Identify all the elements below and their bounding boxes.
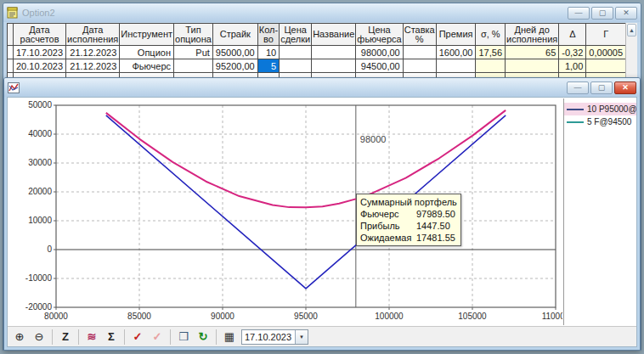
table-cell[interactable] (312, 46, 356, 59)
table-cell[interactable]: 10 (257, 46, 279, 59)
column-header: Ставка % (403, 24, 436, 46)
column-header: Дата расчетов (14, 24, 66, 46)
column-header: Название (312, 24, 356, 46)
svg-text:50000: 50000 (28, 100, 52, 110)
table-cell[interactable] (312, 59, 356, 73)
table-cell[interactable]: 95000,00 (212, 46, 257, 59)
table-cell[interactable] (280, 46, 312, 59)
column-header: Дата исполнения (66, 24, 120, 46)
svg-text:40000: 40000 (28, 129, 52, 138)
toolbar-separator (216, 329, 217, 345)
scroll-up-icon[interactable]: ▲ (627, 24, 636, 37)
table-cell[interactable]: Фьючерс (120, 59, 174, 73)
row-selector[interactable] (8, 59, 14, 73)
table-cell[interactable] (436, 59, 476, 73)
legend-item[interactable]: 5 F@94500 (564, 115, 636, 128)
minimize-button[interactable]: — (567, 81, 589, 94)
legend-line-swatch (567, 121, 584, 123)
table-cell[interactable]: Опцион (120, 46, 174, 59)
chart-client-area: 9800080000850009000095000100000105000110… (7, 97, 637, 347)
column-header: Страйк (212, 24, 257, 46)
table-cell[interactable]: 95200,00 (212, 59, 257, 73)
table-cell[interactable] (476, 59, 506, 73)
svg-text:-10000: -10000 (25, 273, 53, 283)
column-header: Тип опциона (174, 24, 213, 46)
table-cell[interactable]: 21.12.2023 (66, 46, 120, 59)
payoff-chart[interactable]: 9800080000850009000095000100000105000110… (8, 98, 562, 325)
table-row[interactable]: 20.10.202321.12.2023Фьючерс95200,0059450… (8, 59, 638, 73)
table-cell[interactable]: 65 (506, 46, 559, 59)
maximize-button[interactable]: ▢ (591, 7, 613, 20)
svg-text:98000: 98000 (360, 134, 387, 144)
column-header: Цена сделки (280, 24, 312, 46)
table-cell[interactable]: 5 (257, 59, 279, 73)
legend-label: 10 P95000@16... (587, 104, 636, 114)
table-cell[interactable] (403, 59, 436, 73)
zoom-in-button[interactable]: ⊕ (10, 329, 29, 346)
sum-button[interactable]: Σ (102, 329, 121, 346)
chevron-down-icon[interactable]: ▼ (295, 330, 308, 344)
chart-toolbar: ⊕⊖Z≋Σ✓✓❒↻▦17.10.2023▼ (8, 326, 636, 346)
column-header: Γ (586, 24, 626, 46)
calendar-button[interactable]: ▦ (220, 329, 239, 346)
svg-text:85000: 85000 (127, 312, 151, 321)
close-button[interactable]: ✕ (615, 7, 637, 20)
table-cell[interactable]: 21.12.2023 (66, 59, 120, 73)
maximize-button[interactable]: ▢ (590, 81, 613, 94)
chart-window: —▢✕ 980008000085000900009500010000010500… (3, 77, 641, 351)
column-header: Кол-во (257, 24, 279, 46)
toolbar-separator (124, 329, 125, 345)
table-cell[interactable]: 1,00 (559, 59, 586, 73)
svg-text:105000: 105000 (458, 312, 487, 321)
table-cell[interactable]: 94500,00 (356, 59, 403, 73)
table-cell[interactable] (280, 59, 312, 73)
table-row[interactable]: 17.10.202321.12.2023ОпционPut95000,00109… (8, 46, 638, 59)
svg-text:0: 0 (47, 244, 52, 254)
tooltip-line: Ожидаемая17481.55 (360, 232, 457, 244)
table-cell[interactable]: 0,00005 (586, 46, 626, 59)
svg-text:30000: 30000 (28, 158, 52, 167)
svg-text:80000: 80000 (44, 312, 68, 321)
check-light-button[interactable]: ✓ (148, 329, 167, 346)
minimize-button[interactable]: — (568, 7, 590, 20)
table-cell[interactable]: 17.10.2023 (14, 46, 66, 59)
zoom-out-button[interactable]: ⊖ (30, 329, 48, 346)
table-cell[interactable] (174, 59, 213, 73)
volatility-chart-button[interactable]: ≋ (82, 329, 101, 346)
table-cell[interactable]: 20.10.2023 (14, 59, 66, 73)
option2-window-icon (7, 7, 19, 19)
row-selector[interactable] (8, 46, 14, 59)
copy-button[interactable]: ❒ (174, 329, 193, 346)
svg-text:-20000: -20000 (25, 302, 53, 312)
row-selector-header (8, 24, 14, 46)
chart-plot[interactable]: 9800080000850009000095000100000105000110… (8, 98, 562, 326)
column-header: Цена фьючерса (356, 24, 403, 46)
close-button[interactable]: ✕ (614, 81, 636, 94)
column-header: Инструмент (120, 24, 174, 46)
table-cell[interactable]: 17,56 (476, 46, 506, 59)
table-cell[interactable]: Put (174, 46, 213, 59)
date-value[interactable]: 17.10.2023 (242, 332, 295, 342)
legend-item[interactable]: 10 P95000@16... (564, 103, 636, 115)
tooltip-line: Фьючерс97989.50 (360, 208, 457, 220)
check-solid-button[interactable]: ✓ (128, 329, 147, 346)
table-header-row: Дата расчетовДата исполненияИнструментТи… (8, 24, 638, 46)
z-order-button[interactable]: Z (56, 329, 75, 346)
svg-text:90000: 90000 (211, 312, 234, 321)
table-cell[interactable] (586, 59, 626, 73)
toolbar-separator (170, 329, 171, 345)
svg-text:10000: 10000 (28, 216, 52, 225)
column-header: Дней до исполнения (506, 24, 559, 46)
window-title: Option2 (19, 8, 568, 18)
table-cell[interactable] (506, 59, 559, 73)
table-cell[interactable]: 1600,00 (436, 46, 476, 59)
refresh-button[interactable]: ↻ (194, 329, 212, 346)
option2-titlebar[interactable]: Option2 —▢✕ (3, 3, 641, 22)
table-cell[interactable]: 98000,00 (356, 46, 403, 59)
chart-window-icon (8, 82, 20, 93)
date-combobox[interactable]: 17.10.2023▼ (241, 329, 308, 345)
legend-line-swatch (567, 109, 584, 110)
table-cell[interactable]: -0,32 (559, 46, 586, 59)
chart-titlebar[interactable]: —▢✕ (4, 78, 640, 97)
table-cell[interactable] (403, 46, 436, 59)
